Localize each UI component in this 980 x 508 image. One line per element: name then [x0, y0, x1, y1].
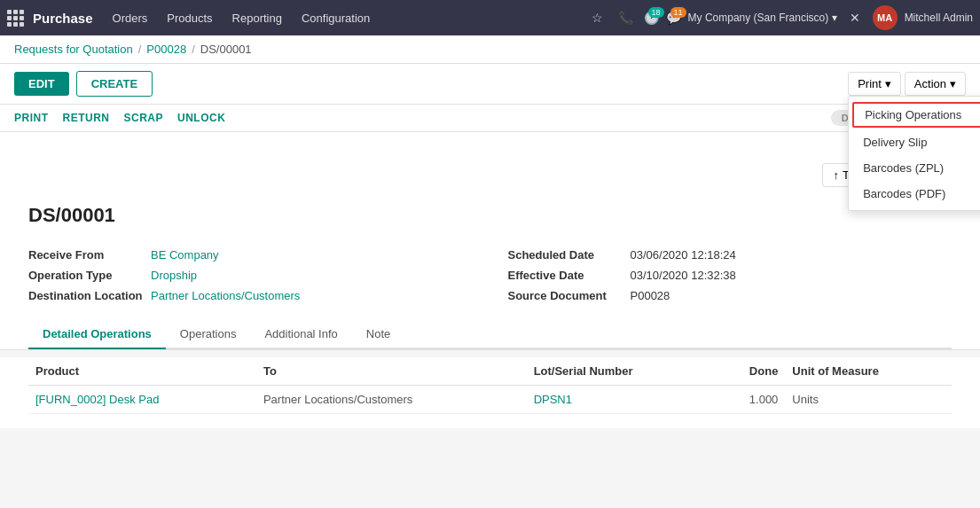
table-row: [FURN_0002] Desk Pad Partner Locations/C… [28, 386, 952, 414]
form-card: ↑ Traceability $ DS/00001 Receive From B… [0, 132, 980, 350]
col-lot-serial: Lot/Serial Number [527, 357, 715, 386]
action-button[interactable]: Action ▾ [905, 72, 966, 96]
receive-from-value[interactable]: BE Company [151, 248, 219, 262]
create-button[interactable]: CREATE [76, 71, 153, 97]
menu-products[interactable]: Products [158, 8, 221, 28]
menu-reporting[interactable]: Reporting [223, 8, 291, 28]
source-document-value: P00028 [631, 289, 670, 302]
left-fields: Receive From BE Company Operation Type D… [28, 245, 473, 306]
action-chevron-icon: ▾ [950, 77, 956, 90]
destination-location-value[interactable]: Partner Locations/Customers [151, 289, 300, 302]
company-name[interactable]: My Company (San Francisco) ▾ [688, 12, 837, 24]
action-bar: EDIT CREATE Print ▾ Picking Operations D… [0, 64, 980, 105]
dropdown-item-delivery-slip[interactable]: Delivery Slip [849, 129, 980, 155]
star-icon[interactable]: ☆ [587, 7, 608, 28]
traceability-up-icon: ↑ [834, 168, 840, 182]
cell-done: 1.000 [714, 386, 785, 414]
app-brand: Purchase [33, 11, 93, 26]
scheduled-date-label: Scheduled Date [508, 248, 623, 262]
apps-icon[interactable] [7, 10, 24, 27]
form-fields: Receive From BE Company Operation Type D… [28, 245, 952, 306]
operation-type-label: Operation Type [28, 269, 144, 282]
operations-table: Product To Lot/Serial Number Done Unit o… [28, 357, 952, 414]
top-right-actions: ☆ 📞 🕐 18 💬 11 My Company (San Francisco)… [587, 5, 973, 30]
print-sub-button[interactable]: PRINT [14, 112, 49, 124]
col-done: Done [714, 357, 785, 386]
sub-action-bar: PRINT RETURN SCRAP UNLOCK DRAFT WAITING [0, 105, 980, 132]
scheduled-date-value: 03/06/2020 12:18:24 [631, 248, 736, 262]
dropdown-item-picking-operations[interactable]: Picking Operations [852, 102, 980, 128]
col-uom: Unit of Measure [785, 357, 952, 386]
tab-operations[interactable]: Operations [166, 320, 251, 349]
menu-orders[interactable]: Orders [104, 8, 157, 28]
tab-note[interactable]: Note [352, 320, 404, 349]
top-navigation: Purchase Orders Products Reporting Confi… [0, 0, 980, 35]
clock-count: 18 [648, 7, 664, 18]
receive-from-row: Receive From BE Company [28, 245, 473, 265]
main-content: ↑ Traceability $ DS/00001 Receive From B… [0, 132, 980, 487]
breadcrumb: Requests for Quotation / P00028 / DS/000… [0, 35, 980, 64]
cell-uom: Units [785, 386, 952, 414]
operation-type-value[interactable]: Dropship [151, 269, 197, 282]
dropdown-item-barcodes-zpl[interactable]: Barcodes (ZPL) [849, 155, 980, 181]
dropdown-item-barcodes-pdf[interactable]: Barcodes (PDF) [849, 181, 980, 207]
source-document-label: Source Document [508, 289, 623, 302]
tab-detailed-operations[interactable]: Detailed Operations [28, 320, 166, 349]
table-section: Product To Lot/Serial Number Done Unit o… [0, 357, 980, 428]
scheduled-date-row: Scheduled Date 03/06/2020 12:18:24 [508, 245, 953, 265]
return-button[interactable]: RETURN [63, 112, 110, 124]
close-icon[interactable]: ✕ [844, 7, 866, 28]
operation-type-row: Operation Type Dropship [28, 265, 473, 285]
col-product: Product [28, 357, 256, 386]
effective-date-value: 03/10/2020 12:32:38 [631, 269, 736, 282]
menu-configuration[interactable]: Configuration [293, 8, 379, 28]
scrap-button[interactable]: SCRAP [124, 112, 164, 124]
effective-date-label: Effective Date [508, 269, 623, 282]
chat-count: 11 [670, 7, 686, 18]
tab-additional-info[interactable]: Additional Info [250, 320, 351, 349]
print-dropdown-menu: Picking Operations Delivery Slip Barcode… [848, 96, 980, 211]
record-title: DS/00001 [28, 204, 952, 227]
tabs-bar: Detailed Operations Operations Additiona… [28, 320, 952, 349]
table-body: [FURN_0002] Desk Pad Partner Locations/C… [28, 386, 952, 414]
destination-location-row: Destination Location Partner Locations/C… [28, 285, 473, 306]
cell-lot-serial: DPSN1 [527, 386, 715, 414]
breadcrumb-p00028[interactable]: P00028 [146, 43, 186, 56]
phone-icon[interactable]: 📞 [615, 7, 637, 28]
breadcrumb-sep-1: / [138, 43, 142, 56]
print-button[interactable]: Print ▾ [848, 72, 901, 96]
effective-date-row: Effective Date 03/10/2020 12:32:38 [508, 265, 953, 285]
right-fields: Scheduled Date 03/06/2020 12:18:24 Effec… [508, 245, 953, 306]
source-document-row: Source Document P00028 [508, 285, 953, 306]
user-name: Mitchell Admin [905, 12, 973, 24]
avatar[interactable]: MA [873, 5, 898, 30]
form-toolbar: ↑ Traceability $ [28, 153, 952, 197]
chat-badge-icon[interactable]: 💬 11 [666, 11, 681, 25]
breadcrumb-rfq[interactable]: Requests for Quotation [14, 43, 133, 56]
receive-from-label: Receive From [28, 248, 144, 262]
print-dropdown-wrapper: Print ▾ Picking Operations Delivery Slip… [848, 72, 901, 96]
cell-to: Partner Locations/Customers [256, 386, 527, 414]
col-to: To [256, 357, 527, 386]
top-menu: Orders Products Reporting Configuration [104, 8, 380, 28]
edit-button[interactable]: EDIT [14, 72, 69, 96]
print-chevron-icon: ▾ [885, 77, 891, 90]
breadcrumb-current: DS/00001 [200, 43, 252, 56]
destination-location-label: Destination Location [28, 289, 144, 302]
table-header: Product To Lot/Serial Number Done Unit o… [28, 357, 952, 386]
unlock-button[interactable]: UNLOCK [177, 112, 225, 124]
clock-badge-icon[interactable]: 🕐 18 [644, 11, 659, 25]
breadcrumb-sep-2: / [192, 43, 195, 56]
print-action-group: Print ▾ Picking Operations Delivery Slip… [848, 72, 966, 96]
cell-product[interactable]: [FURN_0002] Desk Pad [28, 386, 256, 414]
